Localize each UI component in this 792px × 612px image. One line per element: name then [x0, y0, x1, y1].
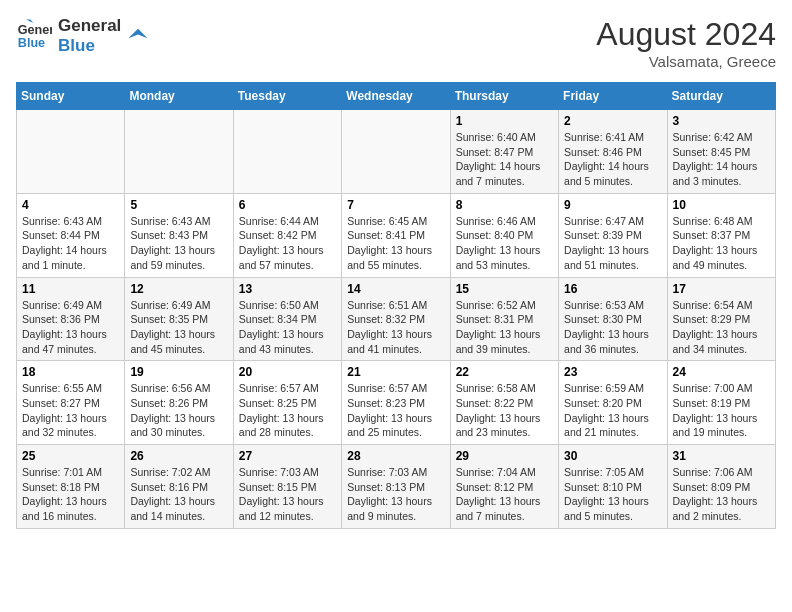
day-info: Sunrise: 6:53 AM Sunset: 8:30 PM Dayligh… — [564, 298, 661, 357]
day-number: 19 — [130, 365, 227, 379]
calendar-cell: 10Sunrise: 6:48 AM Sunset: 8:37 PM Dayli… — [667, 193, 775, 277]
calendar-cell: 23Sunrise: 6:59 AM Sunset: 8:20 PM Dayli… — [559, 361, 667, 445]
day-number: 21 — [347, 365, 444, 379]
day-number: 31 — [673, 449, 770, 463]
day-info: Sunrise: 6:45 AM Sunset: 8:41 PM Dayligh… — [347, 214, 444, 273]
day-info: Sunrise: 6:55 AM Sunset: 8:27 PM Dayligh… — [22, 381, 119, 440]
day-info: Sunrise: 6:59 AM Sunset: 8:20 PM Dayligh… — [564, 381, 661, 440]
calendar-cell: 4Sunrise: 6:43 AM Sunset: 8:44 PM Daylig… — [17, 193, 125, 277]
month-year-title: August 2024 — [596, 16, 776, 53]
calendar-cell: 21Sunrise: 6:57 AM Sunset: 8:23 PM Dayli… — [342, 361, 450, 445]
day-info: Sunrise: 7:04 AM Sunset: 8:12 PM Dayligh… — [456, 465, 553, 524]
svg-text:Blue: Blue — [18, 36, 45, 50]
calendar-cell: 11Sunrise: 6:49 AM Sunset: 8:36 PM Dayli… — [17, 277, 125, 361]
day-number: 11 — [22, 282, 119, 296]
calendar-cell: 22Sunrise: 6:58 AM Sunset: 8:22 PM Dayli… — [450, 361, 558, 445]
day-info: Sunrise: 6:42 AM Sunset: 8:45 PM Dayligh… — [673, 130, 770, 189]
day-info: Sunrise: 6:57 AM Sunset: 8:23 PM Dayligh… — [347, 381, 444, 440]
day-number: 14 — [347, 282, 444, 296]
day-number: 18 — [22, 365, 119, 379]
logo-bird-icon — [127, 25, 149, 47]
day-info: Sunrise: 6:41 AM Sunset: 8:46 PM Dayligh… — [564, 130, 661, 189]
day-info: Sunrise: 6:50 AM Sunset: 8:34 PM Dayligh… — [239, 298, 336, 357]
calendar-cell: 31Sunrise: 7:06 AM Sunset: 8:09 PM Dayli… — [667, 445, 775, 529]
calendar-cell: 20Sunrise: 6:57 AM Sunset: 8:25 PM Dayli… — [233, 361, 341, 445]
calendar-cell: 27Sunrise: 7:03 AM Sunset: 8:15 PM Dayli… — [233, 445, 341, 529]
day-number: 12 — [130, 282, 227, 296]
day-info: Sunrise: 6:52 AM Sunset: 8:31 PM Dayligh… — [456, 298, 553, 357]
logo-general: General — [58, 16, 121, 36]
calendar-cell: 28Sunrise: 7:03 AM Sunset: 8:13 PM Dayli… — [342, 445, 450, 529]
calendar-cell: 2Sunrise: 6:41 AM Sunset: 8:46 PM Daylig… — [559, 110, 667, 194]
day-number: 15 — [456, 282, 553, 296]
weekday-header-wednesday: Wednesday — [342, 83, 450, 110]
calendar-header: SundayMondayTuesdayWednesdayThursdayFrid… — [17, 83, 776, 110]
calendar-cell: 16Sunrise: 6:53 AM Sunset: 8:30 PM Dayli… — [559, 277, 667, 361]
day-info: Sunrise: 7:02 AM Sunset: 8:16 PM Dayligh… — [130, 465, 227, 524]
calendar-week-row: 18Sunrise: 6:55 AM Sunset: 8:27 PM Dayli… — [17, 361, 776, 445]
calendar-cell: 18Sunrise: 6:55 AM Sunset: 8:27 PM Dayli… — [17, 361, 125, 445]
calendar-cell — [17, 110, 125, 194]
calendar-cell: 8Sunrise: 6:46 AM Sunset: 8:40 PM Daylig… — [450, 193, 558, 277]
calendar-week-row: 4Sunrise: 6:43 AM Sunset: 8:44 PM Daylig… — [17, 193, 776, 277]
day-number: 8 — [456, 198, 553, 212]
weekday-header-sunday: Sunday — [17, 83, 125, 110]
day-info: Sunrise: 7:05 AM Sunset: 8:10 PM Dayligh… — [564, 465, 661, 524]
day-number: 13 — [239, 282, 336, 296]
day-info: Sunrise: 6:48 AM Sunset: 8:37 PM Dayligh… — [673, 214, 770, 273]
day-number: 29 — [456, 449, 553, 463]
calendar-cell: 19Sunrise: 6:56 AM Sunset: 8:26 PM Dayli… — [125, 361, 233, 445]
calendar-cell: 3Sunrise: 6:42 AM Sunset: 8:45 PM Daylig… — [667, 110, 775, 194]
day-number: 30 — [564, 449, 661, 463]
calendar-cell: 13Sunrise: 6:50 AM Sunset: 8:34 PM Dayli… — [233, 277, 341, 361]
day-info: Sunrise: 6:47 AM Sunset: 8:39 PM Dayligh… — [564, 214, 661, 273]
location-subtitle: Valsamata, Greece — [596, 53, 776, 70]
calendar-cell: 7Sunrise: 6:45 AM Sunset: 8:41 PM Daylig… — [342, 193, 450, 277]
weekday-header-friday: Friday — [559, 83, 667, 110]
day-number: 10 — [673, 198, 770, 212]
day-number: 27 — [239, 449, 336, 463]
day-info: Sunrise: 6:57 AM Sunset: 8:25 PM Dayligh… — [239, 381, 336, 440]
weekday-header-saturday: Saturday — [667, 83, 775, 110]
calendar-cell: 30Sunrise: 7:05 AM Sunset: 8:10 PM Dayli… — [559, 445, 667, 529]
calendar-body: 1Sunrise: 6:40 AM Sunset: 8:47 PM Daylig… — [17, 110, 776, 529]
day-info: Sunrise: 6:51 AM Sunset: 8:32 PM Dayligh… — [347, 298, 444, 357]
title-block: August 2024 Valsamata, Greece — [596, 16, 776, 70]
calendar-cell — [125, 110, 233, 194]
day-info: Sunrise: 6:49 AM Sunset: 8:36 PM Dayligh… — [22, 298, 119, 357]
day-number: 4 — [22, 198, 119, 212]
day-info: Sunrise: 7:00 AM Sunset: 8:19 PM Dayligh… — [673, 381, 770, 440]
day-info: Sunrise: 7:03 AM Sunset: 8:15 PM Dayligh… — [239, 465, 336, 524]
calendar-week-row: 1Sunrise: 6:40 AM Sunset: 8:47 PM Daylig… — [17, 110, 776, 194]
calendar-cell: 6Sunrise: 6:44 AM Sunset: 8:42 PM Daylig… — [233, 193, 341, 277]
day-number: 2 — [564, 114, 661, 128]
calendar-cell: 12Sunrise: 6:49 AM Sunset: 8:35 PM Dayli… — [125, 277, 233, 361]
day-info: Sunrise: 6:44 AM Sunset: 8:42 PM Dayligh… — [239, 214, 336, 273]
day-info: Sunrise: 6:43 AM Sunset: 8:44 PM Dayligh… — [22, 214, 119, 273]
day-number: 24 — [673, 365, 770, 379]
weekday-header-row: SundayMondayTuesdayWednesdayThursdayFrid… — [17, 83, 776, 110]
calendar-cell: 26Sunrise: 7:02 AM Sunset: 8:16 PM Dayli… — [125, 445, 233, 529]
day-number: 23 — [564, 365, 661, 379]
calendar-cell: 17Sunrise: 6:54 AM Sunset: 8:29 PM Dayli… — [667, 277, 775, 361]
logo-icon: General Blue — [16, 18, 52, 54]
day-number: 22 — [456, 365, 553, 379]
calendar-cell: 29Sunrise: 7:04 AM Sunset: 8:12 PM Dayli… — [450, 445, 558, 529]
day-number: 7 — [347, 198, 444, 212]
day-info: Sunrise: 6:49 AM Sunset: 8:35 PM Dayligh… — [130, 298, 227, 357]
day-number: 28 — [347, 449, 444, 463]
calendar-cell — [342, 110, 450, 194]
calendar-cell: 9Sunrise: 6:47 AM Sunset: 8:39 PM Daylig… — [559, 193, 667, 277]
weekday-header-thursday: Thursday — [450, 83, 558, 110]
day-info: Sunrise: 7:01 AM Sunset: 8:18 PM Dayligh… — [22, 465, 119, 524]
calendar-cell: 1Sunrise: 6:40 AM Sunset: 8:47 PM Daylig… — [450, 110, 558, 194]
day-number: 20 — [239, 365, 336, 379]
day-info: Sunrise: 6:56 AM Sunset: 8:26 PM Dayligh… — [130, 381, 227, 440]
day-info: Sunrise: 7:03 AM Sunset: 8:13 PM Dayligh… — [347, 465, 444, 524]
day-number: 17 — [673, 282, 770, 296]
day-number: 16 — [564, 282, 661, 296]
day-info: Sunrise: 6:46 AM Sunset: 8:40 PM Dayligh… — [456, 214, 553, 273]
weekday-header-monday: Monday — [125, 83, 233, 110]
weekday-header-tuesday: Tuesday — [233, 83, 341, 110]
day-info: Sunrise: 6:58 AM Sunset: 8:22 PM Dayligh… — [456, 381, 553, 440]
